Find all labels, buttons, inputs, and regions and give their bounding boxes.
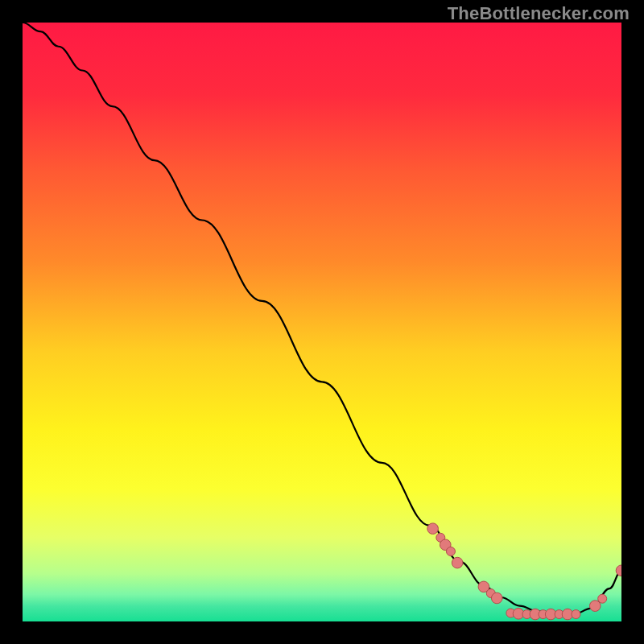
- attribution-label: TheBottlenecker.com: [448, 3, 630, 24]
- bottleneck-chart: [23, 23, 621, 621]
- chart-background: [23, 23, 621, 621]
- data-point: [452, 557, 463, 568]
- data-point: [446, 547, 455, 555]
- data-point: [572, 610, 580, 619]
- data-point: [427, 523, 439, 535]
- data-point: [598, 594, 607, 603]
- data-point: [491, 592, 502, 604]
